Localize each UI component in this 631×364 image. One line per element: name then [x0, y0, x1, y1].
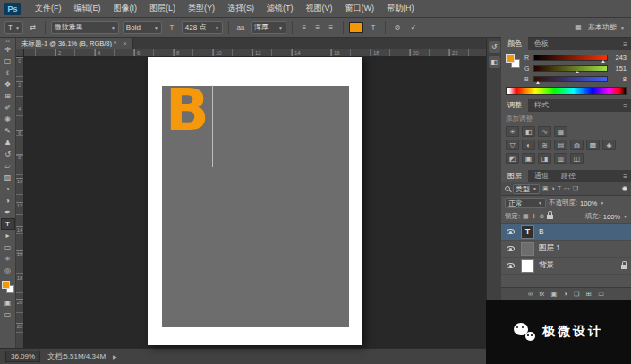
opacity-value[interactable]: 100%	[580, 199, 597, 207]
document-page[interactable]: B	[148, 56, 362, 345]
pen-tool[interactable]: ✒	[1, 207, 15, 218]
zoom-level-input[interactable]: 36.09%	[5, 351, 40, 362]
text-align-icon[interactable]: ≡	[325, 21, 337, 34]
layer-thumbnail[interactable]	[521, 259, 534, 273]
red-slider[interactable]	[533, 55, 608, 61]
horizontal-ruler[interactable]: 0246810121416182022	[16, 49, 486, 57]
font-style-select[interactable]: Bold▼	[123, 21, 162, 34]
status-options-icon[interactable]: ▶	[113, 353, 117, 360]
layer-action-icon[interactable]: ∞	[528, 290, 533, 298]
clone-stamp-tool[interactable]: ♟	[1, 137, 15, 148]
menu-item[interactable]: 窗口(W)	[339, 0, 381, 17]
layer-filter-select[interactable]: 类型 ▼	[513, 184, 540, 194]
channel-value[interactable]: 8	[610, 75, 627, 83]
shape-tool[interactable]: ▭	[1, 241, 15, 253]
text-align-icon[interactable]: ≡	[298, 21, 311, 34]
adjustment-icon[interactable]: ◈	[602, 140, 616, 150]
channel-value[interactable]: 243	[610, 54, 627, 62]
filter-type-icon[interactable]: T	[558, 185, 561, 192]
hand-tool[interactable]: ✳	[1, 253, 15, 265]
text-orientation-icon[interactable]: ⇄	[27, 21, 39, 34]
slider-handle[interactable]	[536, 81, 540, 84]
adjustment-icon[interactable]: ◨	[538, 153, 551, 164]
warp-text-icon[interactable]: T	[367, 21, 379, 34]
document-tab[interactable]: 未标题-1 @ 36.1% (B, RGB/8) * ×	[16, 38, 133, 49]
filter-type-icon[interactable]: ▣	[542, 185, 549, 192]
screen-mode-button[interactable]: ▭	[1, 309, 15, 320]
color-swatches[interactable]	[506, 54, 520, 68]
tab-layers[interactable]: 图层	[501, 169, 528, 182]
gradient-tool[interactable]: ▨	[1, 172, 15, 183]
panel-menu-icon[interactable]: ≡	[623, 40, 631, 50]
move-tool[interactable]: ✛	[1, 44, 15, 55]
tab-styles[interactable]: 样式	[528, 98, 555, 112]
type-tool[interactable]: T	[1, 218, 15, 230]
layer-action-icon[interactable]: ❑	[574, 290, 580, 298]
foreground-color-swatch[interactable]	[2, 281, 10, 289]
path-select-tool[interactable]: ▸	[1, 230, 15, 241]
adjustment-icon[interactable]: ◍	[570, 140, 584, 150]
tab-adjustments[interactable]: 调整	[501, 98, 528, 112]
layer-row-background[interactable]: 背景	[501, 258, 631, 275]
adjustment-icon[interactable]: ◩	[506, 153, 519, 164]
tool-preset-picker[interactable]: T▼	[4, 21, 23, 34]
adjustment-icon[interactable]: ☀	[506, 126, 519, 137]
adjustment-icon[interactable]: ◫	[570, 153, 584, 164]
layer-action-icon[interactable]: ▣	[550, 290, 557, 298]
menu-item[interactable]: 图层(L)	[143, 0, 182, 17]
lock-all-icon[interactable]	[547, 215, 553, 219]
slider-handle[interactable]	[576, 71, 579, 73]
history-brush-tool[interactable]: ↺	[1, 148, 15, 160]
visibility-toggle[interactable]	[505, 263, 516, 268]
tab-paths[interactable]: 路径	[555, 169, 582, 182]
cancel-edit-icon[interactable]: ⊘	[391, 21, 404, 34]
adjustment-icon[interactable]: ▩	[586, 140, 600, 150]
adjustment-icon[interactable]: ▥	[554, 153, 567, 164]
adjustment-icon[interactable]: ≋	[538, 140, 551, 150]
menu-item[interactable]: 帮助(H)	[380, 0, 421, 17]
layer-name[interactable]: 图层 1	[539, 243, 560, 254]
filter-toggle-icon[interactable]	[622, 186, 627, 191]
layer-action-icon[interactable]: ⊞	[586, 290, 592, 298]
filter-type-icon[interactable]: ◑	[551, 185, 555, 192]
crop-tool[interactable]: ⊞	[1, 90, 15, 102]
color-spectrum-ramp[interactable]	[506, 87, 627, 95]
eraser-tool[interactable]: ▱	[1, 160, 15, 172]
brush-tool[interactable]: ✎	[1, 125, 15, 137]
layer-action-icon[interactable]: fx	[539, 290, 544, 298]
tab-color[interactable]: 颜色	[501, 37, 528, 50]
font-size-select[interactable]: 428 点▼	[182, 21, 223, 34]
text-align-icon[interactable]: ≡	[311, 21, 324, 34]
vertical-ruler[interactable]: 0246810121416182022	[16, 57, 24, 348]
close-icon[interactable]: ×	[123, 39, 127, 47]
ruler-origin[interactable]	[16, 49, 24, 57]
adjustment-icon[interactable]: ◐	[522, 140, 535, 150]
healing-brush-tool[interactable]: ❋	[1, 114, 15, 125]
foreground-background-swatches[interactable]	[2, 281, 14, 293]
slider-handle[interactable]	[601, 60, 605, 63]
history-panel-button[interactable]: ↺	[489, 41, 500, 53]
channel-value[interactable]: 151	[610, 64, 627, 72]
layer-action-icon[interactable]: ◑	[563, 290, 567, 298]
panel-menu-icon[interactable]: ≡	[623, 102, 631, 112]
filter-type-icon[interactable]: ▭	[564, 185, 570, 192]
marquee-tool[interactable]: ▢	[1, 55, 15, 67]
blue-slider[interactable]	[533, 76, 608, 82]
menu-item[interactable]: 选择(S)	[221, 0, 260, 17]
workspace-switcher[interactable]: ▦ 基本功能 ▼	[572, 21, 625, 34]
quick-select-tool[interactable]: ❖	[1, 79, 15, 90]
foreground-color-swatch[interactable]	[506, 54, 515, 63]
filter-type-icon[interactable]: ❑	[573, 185, 578, 192]
adjustment-icon[interactable]: ▤	[554, 140, 567, 150]
layer-thumbnail[interactable]	[521, 242, 534, 256]
visibility-toggle[interactable]	[505, 246, 516, 251]
dodge-tool[interactable]: ◑	[1, 195, 15, 207]
lock-option-icon[interactable]: ▦	[523, 213, 529, 220]
layer-row-text[interactable]: T B	[501, 224, 631, 241]
blend-mode-select[interactable]: 正常 ▼	[505, 198, 546, 208]
panel-menu-icon[interactable]: ≡	[623, 173, 631, 182]
adjustment-icon[interactable]: ▽	[506, 140, 519, 150]
menu-item[interactable]: 文件(F)	[29, 0, 68, 17]
layer-action-icon[interactable]: ▭	[598, 290, 604, 298]
layer-name[interactable]: 背景	[539, 260, 554, 271]
